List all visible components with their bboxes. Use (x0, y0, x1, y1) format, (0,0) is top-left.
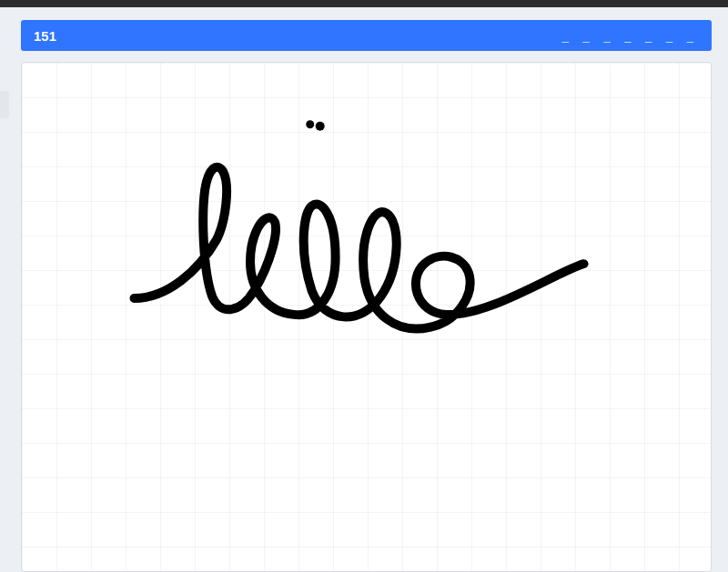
app-titlebar-strip (0, 0, 728, 7)
game-content-area: 151 _ _ _ _ _ _ _ (0, 7, 728, 572)
round-header-bar: 151 _ _ _ _ _ _ _ (21, 20, 712, 51)
word-blanks: _ _ _ _ _ _ _ (562, 29, 699, 43)
drawing-strokes (22, 63, 711, 570)
round-timer: 151 (34, 28, 56, 44)
svg-point-0 (306, 120, 314, 128)
svg-point-1 (316, 122, 325, 131)
drawing-canvas[interactable] (21, 62, 712, 572)
side-collapse-tab[interactable] (0, 91, 9, 118)
